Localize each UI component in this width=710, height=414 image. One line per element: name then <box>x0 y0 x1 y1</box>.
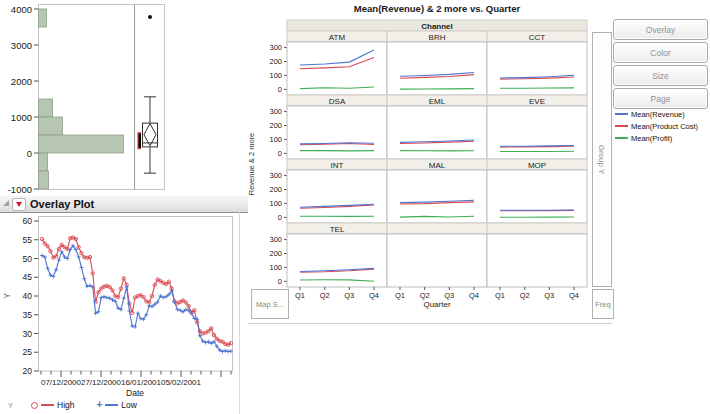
svg-text:Q2: Q2 <box>420 291 430 300</box>
trellis-legend-item: Mean(Revenue) <box>615 108 710 120</box>
overlay-plot-titlebar: Overlay Plot <box>0 196 248 213</box>
svg-text:200: 200 <box>269 121 282 130</box>
svg-text:45: 45 <box>23 272 33 282</box>
legend-line-swatch <box>105 404 118 406</box>
svg-text:EVE: EVE <box>529 97 545 106</box>
svg-text:0: 0 <box>278 149 282 158</box>
legend-label: Mean(Revenue) <box>631 110 685 119</box>
trellis-legend-item: Mean(Profit) <box>615 132 710 144</box>
svg-text:100: 100 <box>269 199 282 208</box>
color-button[interactable]: Color <box>613 42 708 63</box>
svg-text:3000: 3000 <box>11 40 32 51</box>
svg-text:25: 25 <box>23 347 33 357</box>
freq-label: Freq <box>595 300 610 309</box>
svg-text:300: 300 <box>269 171 282 180</box>
legend-label: Mean(Product Cost) <box>631 122 698 131</box>
svg-text:4000: 4000 <box>11 4 32 15</box>
svg-text:0: 0 <box>278 213 282 222</box>
svg-text:300: 300 <box>269 235 282 244</box>
disclosure-triangle-icon[interactable] <box>3 200 9 206</box>
legend-item-high: High <box>31 400 74 410</box>
legend-label: High <box>57 400 74 410</box>
svg-text:-1000: -1000 <box>8 184 32 195</box>
svg-text:0: 0 <box>27 148 32 159</box>
svg-text:35: 35 <box>23 310 33 320</box>
trellis-legend: Mean(Revenue)Mean(Product Cost)Mean(Prof… <box>615 108 710 144</box>
svg-text:100: 100 <box>269 71 282 80</box>
svg-text:0: 0 <box>278 277 282 286</box>
svg-text:Q2: Q2 <box>520 291 530 300</box>
svg-text:Revenue & 2 more: Revenue & 2 more <box>248 133 256 196</box>
svg-text:Quarter: Quarter <box>423 300 450 309</box>
freq-drop-zone[interactable]: Freq <box>592 289 614 319</box>
svg-text:Mean(Revenue) & 2 more vs. Qua: Mean(Revenue) & 2 more vs. Quarter <box>354 3 521 14</box>
legend-label: Mean(Profit) <box>631 134 672 143</box>
svg-text:16/01/2001: 16/01/2001 <box>121 378 162 387</box>
trellis-svg: Mean(Revenue) & 2 more vs. QuarterChanne… <box>248 0 612 330</box>
svg-text:Q3: Q3 <box>544 291 554 300</box>
svg-text:0: 0 <box>278 85 282 94</box>
svg-text:100: 100 <box>269 135 282 144</box>
svg-text:300: 300 <box>269 43 282 52</box>
svg-text:MOP: MOP <box>528 161 546 170</box>
overlay-section-border <box>239 212 240 414</box>
svg-text:200: 200 <box>269 249 282 258</box>
svg-text:200: 200 <box>269 185 282 194</box>
legend-line-swatch <box>615 137 628 139</box>
svg-text:Q3: Q3 <box>444 291 454 300</box>
trellis-chart[interactable]: Mean(Revenue) & 2 more vs. QuarterChanne… <box>248 0 612 330</box>
page-button[interactable]: Page <box>613 88 708 109</box>
overlay-x-axis: 07/12/200027/12/200016/01/200105/02/2001… <box>41 371 231 398</box>
trellis-y-axis-row3: 3002001000 <box>269 171 287 222</box>
svg-text:40: 40 <box>23 291 33 301</box>
legend-line-swatch <box>615 113 628 115</box>
overlay-legend-y-label: Y <box>8 401 13 410</box>
svg-text:200: 200 <box>269 57 282 66</box>
svg-text:BRH: BRH <box>429 33 446 42</box>
svg-text:300: 300 <box>269 107 282 116</box>
overlay-button[interactable]: Overlay <box>613 19 708 40</box>
group-y-drop-zone[interactable]: Group Y <box>592 32 612 287</box>
svg-text:2000: 2000 <box>11 76 32 87</box>
svg-text:DSA: DSA <box>329 97 346 106</box>
svg-text:60: 60 <box>23 216 33 226</box>
svg-text:05/02/2001: 05/02/2001 <box>161 378 202 387</box>
legend-line-swatch <box>41 404 54 406</box>
overlay-plot-chart[interactable]: 60555045403530252007/12/200027/12/200016… <box>0 214 248 400</box>
legend-label: Low <box>121 400 137 410</box>
svg-text:27/12/2000: 27/12/2000 <box>81 378 122 387</box>
distribution-y-axis: 40003000200010000-1000 <box>8 4 39 195</box>
svg-text:TEL: TEL <box>330 225 345 234</box>
legend-line-swatch <box>615 125 628 127</box>
map-shape-label: Map S... <box>256 300 284 309</box>
overlay-svg: 60555045403530252007/12/200027/12/200016… <box>0 214 248 414</box>
size-button[interactable]: Size <box>613 65 708 86</box>
legend-item-low: +Low <box>97 400 137 410</box>
overlay-plot-title: Overlay Plot <box>30 198 94 210</box>
svg-text:EML: EML <box>429 97 446 106</box>
svg-text:MAL: MAL <box>429 161 446 170</box>
svg-text:20: 20 <box>23 366 33 376</box>
svg-text:30: 30 <box>23 329 33 339</box>
trellis-y-axis-row4: 3002001000 <box>269 235 287 286</box>
svg-text:Q3: Q3 <box>344 291 354 300</box>
map-shape-drop-zone[interactable]: Map S... <box>251 289 289 319</box>
distribution-chart[interactable]: 40003000200010000-1000 <box>0 0 248 196</box>
overlay-plot-legend: Y High+Low <box>0 397 248 413</box>
svg-text:1000: 1000 <box>11 112 32 123</box>
red-menu-icon[interactable] <box>12 198 26 211</box>
overlay-y-axis: 605550454035302520 <box>23 216 39 376</box>
group-y-label: Group Y <box>598 145 607 175</box>
svg-text:ATM: ATM <box>329 33 346 42</box>
svg-text:Q4: Q4 <box>369 291 379 300</box>
svg-text:Channel: Channel <box>421 22 453 31</box>
svg-text:Q1: Q1 <box>395 291 405 300</box>
svg-text:50: 50 <box>23 254 33 264</box>
trellis-y-axis-row1: 3002001000 <box>269 43 287 94</box>
svg-text:Q4: Q4 <box>569 291 579 300</box>
svg-text:INT: INT <box>331 161 344 170</box>
svg-text:Q1: Q1 <box>295 291 305 300</box>
svg-text:CCT: CCT <box>529 33 546 42</box>
trellis-legend-item: Mean(Product Cost) <box>615 120 710 132</box>
svg-text:Q4: Q4 <box>469 291 479 300</box>
